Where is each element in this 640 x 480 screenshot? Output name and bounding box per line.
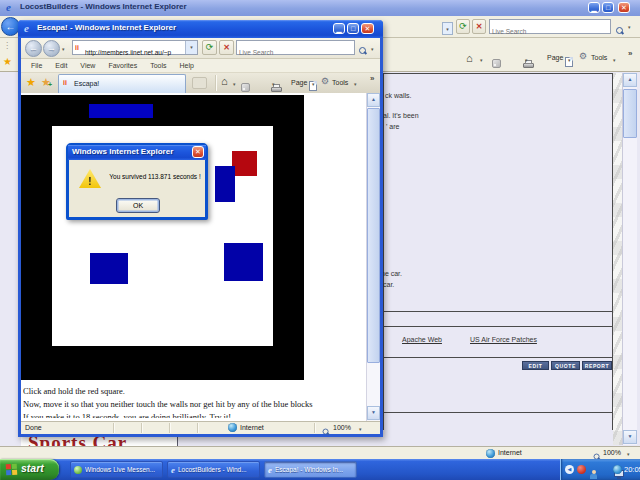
fg-zoom-dropdown[interactable]: ▾ <box>359 426 362 432</box>
edit-button[interactable]: EDIT <box>522 361 549 370</box>
internet-zone-icon <box>486 449 495 458</box>
fg-address-bar[interactable]: ii ▾ <box>72 40 198 55</box>
bg-home-icon[interactable]: ⌂ <box>466 52 473 64</box>
bg-favorites-star-icon[interactable]: ★ <box>3 56 12 67</box>
print-dropdown[interactable]: ▾ <box>272 81 275 87</box>
bg-search-input[interactable] <box>490 25 614 38</box>
tools-label[interactable]: Tools <box>332 79 348 86</box>
ie-icon: e <box>171 465 175 475</box>
bg-scroll-thumb[interactable] <box>623 89 637 138</box>
bg-print-dropdown[interactable]: ▾ <box>525 57 528 63</box>
bg-search-dropdown[interactable]: ▾ <box>628 24 631 30</box>
fg-toolbar-overflow[interactable]: » <box>370 74 374 83</box>
bg-zoom-level[interactable]: 100% <box>603 449 621 456</box>
fg-address-dropdown[interactable]: ▾ <box>185 41 197 54</box>
menu-edit[interactable]: Edit <box>55 62 67 69</box>
menu-view[interactable]: View <box>80 62 95 69</box>
new-tab-stub[interactable] <box>192 77 207 89</box>
tray-collapse-icon[interactable]: ◀ <box>565 465 574 474</box>
bg-scroll-down[interactable]: ▼ <box>623 430 637 444</box>
page-label[interactable]: Page <box>291 79 307 86</box>
menu-favorites[interactable]: Favorites <box>108 62 137 69</box>
red-square[interactable] <box>232 151 257 176</box>
home-dropdown[interactable]: ▾ <box>233 81 236 87</box>
bg-scroll-up[interactable]: ▲ <box>623 73 637 87</box>
favorites-center-star-icon[interactable]: ★ <box>26 76 36 89</box>
link-us-air-force-patches[interactable]: US Air Force Patches <box>470 336 537 343</box>
status-separator <box>314 423 316 433</box>
bg-search-box[interactable] <box>489 19 611 34</box>
tab-escapa[interactable]: ii Escapa! <box>58 74 186 93</box>
bg-page-label[interactable]: Page <box>547 54 563 61</box>
bg-refresh-button[interactable]: ⟳ <box>456 19 470 34</box>
task-label: LocostBuilders - Wind... <box>178 466 247 473</box>
bg-minimize-button[interactable]: ▁ <box>588 2 600 13</box>
tools-dropdown[interactable]: ▾ <box>354 81 357 87</box>
bg-close-button[interactable]: ✕ <box>618 2 630 13</box>
menu-file[interactable]: File <box>31 62 42 69</box>
fg-maximize-button[interactable]: □ <box>347 23 359 34</box>
fg-scroll-thumb[interactable] <box>367 108 380 363</box>
link-apache-web[interactable]: Apache Web <box>402 336 442 343</box>
tray-globe-icon[interactable] <box>613 465 622 474</box>
bg-search-icon[interactable] <box>615 26 625 36</box>
fg-search-box[interactable] <box>236 40 355 55</box>
post-text-fragment: ck walls. <box>385 92 411 99</box>
report-button[interactable]: REPORT <box>582 361 612 370</box>
fg-close-button[interactable]: ✕ <box>361 23 374 34</box>
bg-titlebar[interactable]: e LocostBuilders - Windows Internet Expl… <box>0 0 640 16</box>
taskbar-task-escapa[interactable]: e Escapa! - Windows In... <box>264 461 357 478</box>
taskbar-clock[interactable]: 20:05 <box>624 465 640 474</box>
taskbar-task-messenger[interactable]: Windows Live Messen... <box>70 461 163 478</box>
fg-scroll-down[interactable]: ▼ <box>367 406 380 420</box>
bg-scrollbar[interactable]: ▲ ▼ <box>622 73 637 445</box>
bg-toolbar-overflow[interactable]: » <box>628 49 632 58</box>
fg-stop-button[interactable]: ✕ <box>219 40 234 55</box>
fg-titlebar[interactable]: e Escapa! - Windows Internet Explorer ▁ … <box>18 20 383 38</box>
quote-button[interactable]: QUOTE <box>551 361 580 370</box>
start-button[interactable]: start <box>0 459 59 480</box>
fg-back-button[interactable]: ← <box>25 40 42 57</box>
bg-zone-label: Internet <box>498 449 522 456</box>
fg-zoom-level[interactable]: 100% <box>333 424 351 431</box>
bg-tools-dropdown[interactable]: ▾ <box>613 57 616 63</box>
game-instructions: Click and hold the red square. Now, move… <box>23 385 377 418</box>
feeds-icon[interactable] <box>241 83 250 92</box>
bg-tools-label[interactable]: Tools <box>591 54 607 61</box>
page-dropdown[interactable]: ▾ <box>312 81 315 87</box>
fg-forward-button[interactable]: → <box>43 40 60 57</box>
fg-search-input[interactable] <box>237 46 358 59</box>
table-row-line <box>383 412 613 413</box>
bg-home-dropdown[interactable]: ▾ <box>480 57 483 63</box>
fg-history-dropdown[interactable]: ▾ <box>62 46 65 52</box>
fg-search-icon[interactable] <box>358 46 368 56</box>
bg-stop-button[interactable]: ✕ <box>472 19 486 34</box>
alert-ok-button[interactable]: OK <box>116 198 160 213</box>
tools-gear-icon[interactable]: ⚙ <box>321 76 329 86</box>
fg-zoom-icon[interactable] <box>322 428 331 437</box>
fg-scroll-up[interactable]: ▲ <box>367 93 380 107</box>
bg-zoom-dropdown[interactable]: ▾ <box>627 451 630 457</box>
alert-dialog: Windows Internet Explorer ✕ ! You surviv… <box>66 143 208 220</box>
home-icon[interactable]: ⌂ <box>221 75 228 87</box>
fg-minimize-button[interactable]: ▁ <box>333 23 345 34</box>
tray-user-icon[interactable] <box>589 470 598 479</box>
instruction-line: Click and hold the red square. <box>23 385 377 398</box>
screen: e LocostBuilders - Windows Internet Expl… <box>0 0 640 480</box>
fg-search-dropdown[interactable]: ▾ <box>371 46 374 52</box>
fg-scrollbar[interactable]: ▲ ▼ <box>366 93 380 421</box>
fg-refresh-button[interactable]: ⟳ <box>202 40 217 55</box>
bg-page-dropdown[interactable]: ▾ <box>568 57 571 63</box>
bg-address-dropdown[interactable]: ▾ <box>442 22 453 35</box>
alert-title: Windows Internet Explorer <box>72 147 173 156</box>
menu-tools[interactable]: Tools <box>150 62 166 69</box>
bg-tools-gear-icon[interactable]: ⚙ <box>579 51 587 61</box>
internet-zone-icon <box>228 423 237 432</box>
bg-restore-button[interactable]: □ <box>602 2 614 13</box>
tray-alert-icon[interactable] <box>577 465 586 474</box>
menu-help[interactable]: Help <box>180 62 194 69</box>
bg-feeds-icon[interactable] <box>492 59 501 68</box>
taskbar-task-locostbuilders[interactable]: e LocostBuilders - Wind... <box>167 461 260 478</box>
alert-titlebar[interactable]: Windows Internet Explorer ✕ <box>68 145 206 160</box>
alert-close-button[interactable]: ✕ <box>192 146 204 158</box>
